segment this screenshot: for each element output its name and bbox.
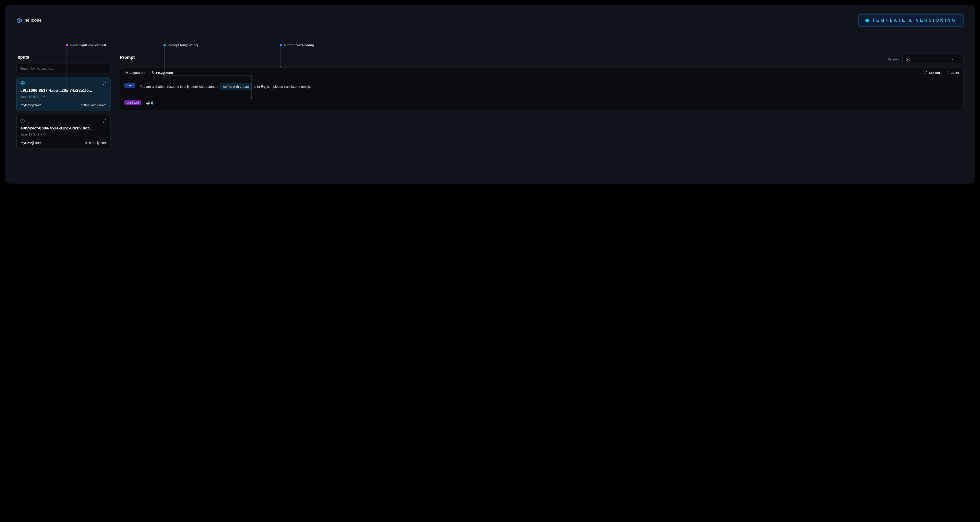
expand-icon[interactable] [103,81,107,85]
svg-point-5 [126,72,127,73]
prompt-title: Prompt [120,55,135,60]
request-id[interactable]: e9bd2ecf-0b8a-453a-81bc-0dc890fdf... [21,126,107,131]
connector-line-3 [281,46,281,67]
annotation-input-output: View input and output [66,43,106,47]
role-chip-assistant: assistant [124,100,141,105]
version-select[interactable]: 5.0 [902,55,964,64]
version-value: 5.0 [906,57,910,61]
request-date: June 19 5:47 PM [21,95,107,99]
header: helicone TEMPLATE & VERSIONING [16,14,964,27]
content: Inputs c9fa1066-8517-4aeb-a20e-74a28e1f5… [16,55,964,153]
sort-icon [946,71,949,75]
svg-marker-2 [250,97,252,99]
input-key: myEmojiText [21,141,41,145]
expand-button[interactable]: Expand [924,71,940,75]
inputs-panel: Inputs c9fa1066-8517-4aeb-a20e-74a28e1f5… [16,55,110,153]
badge-text: TEMPLATE & VERSIONING [872,18,956,23]
app-frame: helicone TEMPLATE & VERSIONING View inpu… [5,5,975,184]
expand-all-button[interactable]: Expand All [124,71,145,75]
version-label: Version: [888,57,900,61]
logo-icon [16,18,22,23]
input-value: coffee with cream [81,103,107,107]
expand-icon[interactable] [103,119,107,123]
annotation-versioning: Prompt versioning [280,43,314,47]
input-value: ai is really cool [85,141,107,145]
input-card[interactable]: e9bd2ecf-0b8a-453a-81bc-0dc890fdf... Jun… [16,115,110,149]
chevron-down-icon [951,57,954,61]
connector-line-2 [164,46,258,100]
role-chip-user: user [124,83,135,88]
badge-dot-icon [865,19,869,22]
message-content: ☕💧 [146,100,154,105]
radio-selected-icon[interactable] [21,81,25,85]
search-input[interactable] [16,64,110,73]
request-id[interactable]: c9fa1066-8517-4aeb-a20e-74a28e1f5... [21,88,107,93]
logo: helicone [16,18,41,23]
eye-icon [124,71,128,75]
maximize-icon [924,71,928,75]
radio-unselected-icon[interactable] [21,119,25,123]
connector-line-1 [67,46,67,93]
input-card[interactable]: c9fa1066-8517-4aeb-a20e-74a28e1f5... Jun… [16,77,110,111]
feature-badge: TEMPLATE & VERSIONING [858,14,964,27]
brand-name: helicone [24,18,41,23]
json-button[interactable]: JSON [946,71,959,75]
input-key: myEmojiText [21,103,41,107]
inputs-title: Inputs [16,55,110,60]
flask-icon [151,71,154,75]
request-date: June 19 5:47 PM [21,132,107,136]
